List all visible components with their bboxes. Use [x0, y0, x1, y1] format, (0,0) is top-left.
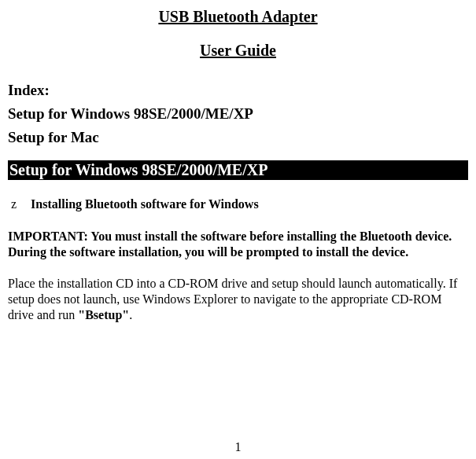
document-title: USB Bluetooth Adapter: [8, 8, 468, 26]
document-subtitle: User Guide: [8, 42, 468, 60]
page-number: 1: [0, 440, 476, 454]
index-item-mac: Setup for Mac: [8, 129, 468, 146]
important-notice: IMPORTANT: You must install the software…: [8, 229, 468, 260]
bullet-text: Installing Bluetooth software for Window…: [31, 197, 259, 211]
body-text-part1: Place the installation CD into a CD-ROM …: [8, 277, 457, 321]
body-paragraph: Place the installation CD into a CD-ROM …: [8, 276, 468, 323]
bullet-item: z Installing Bluetooth software for Wind…: [8, 197, 468, 211]
bsetup-label: "Bsetup": [78, 308, 129, 321]
bullet-marker: z: [11, 197, 17, 211]
section-heading: Setup for Windows 98SE/2000/ME/XP: [8, 160, 468, 180]
index-heading: Index:: [8, 82, 468, 99]
index-item-windows: Setup for Windows 98SE/2000/ME/XP: [8, 105, 468, 123]
body-text-part2: .: [129, 308, 132, 321]
